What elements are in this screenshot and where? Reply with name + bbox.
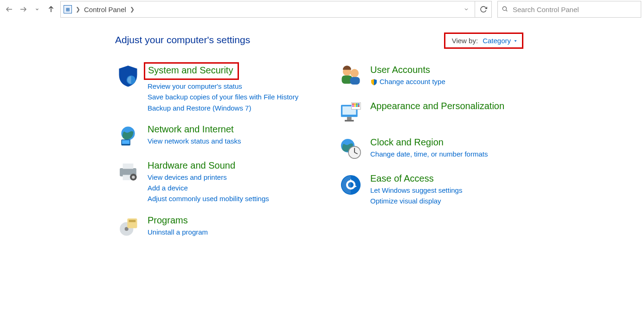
category-user-accounts: User Accounts Change account type bbox=[338, 64, 537, 90]
category-link-text: Change account type bbox=[380, 76, 445, 87]
svg-rect-25 bbox=[347, 117, 352, 120]
monitor-appearance-icon bbox=[338, 100, 364, 126]
category-title[interactable]: Hardware and Sound bbox=[148, 160, 269, 171]
control-panel-icon: ⊞ bbox=[64, 5, 72, 13]
forward-button[interactable] bbox=[17, 3, 30, 16]
svg-rect-17 bbox=[127, 218, 137, 228]
svg-line-4 bbox=[506, 10, 508, 11]
svg-rect-35 bbox=[358, 105, 359, 107]
category-ease-of-access: Ease of Access Let Windows suggest setti… bbox=[338, 173, 537, 207]
svg-point-14 bbox=[132, 176, 135, 179]
printer-icon bbox=[115, 160, 141, 186]
svg-rect-29 bbox=[354, 104, 355, 105]
category-hardware: Hardware and Sound View devices and prin… bbox=[115, 160, 315, 204]
svg-rect-11 bbox=[123, 164, 134, 169]
explorer-toolbar: ⊞ ❯ Control Panel ❯ bbox=[0, 0, 644, 19]
category-title[interactable]: Network and Internet bbox=[148, 124, 241, 135]
category-title[interactable]: System and Security bbox=[148, 65, 233, 76]
chevron-down-icon bbox=[514, 39, 517, 43]
back-button[interactable] bbox=[3, 3, 16, 16]
svg-rect-9 bbox=[122, 140, 129, 144]
recent-dropdown-button[interactable] bbox=[31, 3, 44, 16]
up-button[interactable] bbox=[45, 3, 58, 16]
category-link[interactable]: Uninstall a program bbox=[148, 227, 208, 237]
category-link[interactable]: Change date, time, or number formats bbox=[370, 149, 488, 159]
ease-of-access-icon bbox=[338, 173, 364, 199]
category-link[interactable]: Review your computer's status bbox=[148, 81, 298, 92]
users-icon bbox=[338, 64, 364, 90]
highlight-box: System and Security bbox=[144, 62, 239, 80]
svg-rect-26 bbox=[345, 120, 354, 121]
svg-rect-34 bbox=[356, 105, 357, 107]
view-by-value-text: Category bbox=[483, 37, 511, 45]
search-box[interactable] bbox=[497, 1, 641, 18]
view-by-value[interactable]: Category bbox=[483, 37, 517, 45]
svg-rect-32 bbox=[352, 105, 354, 107]
category-title[interactable]: Programs bbox=[148, 215, 208, 226]
search-input[interactable] bbox=[512, 5, 637, 14]
category-link[interactable]: Backup and Restore (Windows 7) bbox=[148, 103, 298, 113]
breadcrumb[interactable]: ⊞ ❯ Control Panel ❯ bbox=[61, 5, 458, 13]
category-link[interactable]: Change account type bbox=[370, 76, 445, 87]
breadcrumb-item[interactable]: Control Panel bbox=[84, 6, 126, 13]
svg-marker-5 bbox=[514, 40, 516, 41]
svg-rect-18 bbox=[129, 220, 136, 222]
category-link[interactable]: View devices and printers bbox=[148, 172, 269, 183]
chevron-right-icon: ❯ bbox=[129, 6, 135, 13]
refresh-button[interactable] bbox=[475, 1, 491, 17]
uac-shield-icon bbox=[370, 78, 378, 85]
view-by-label: View by: bbox=[452, 37, 478, 45]
category-link[interactable]: Optimize visual display bbox=[370, 196, 462, 206]
category-link[interactable]: View network status and tasks bbox=[148, 136, 241, 146]
address-bar[interactable]: ⊞ ❯ Control Panel ❯ bbox=[60, 1, 492, 18]
svg-rect-33 bbox=[354, 105, 355, 107]
category-appearance: Appearance and Personalization bbox=[338, 100, 537, 126]
search-icon bbox=[502, 6, 508, 13]
left-column: System and Security Review your computer… bbox=[115, 64, 315, 251]
category-network: Network and Internet View network status… bbox=[115, 124, 315, 150]
category-title[interactable]: Clock and Region bbox=[370, 137, 488, 148]
category-clock-region: Clock and Region Change date, time, or n… bbox=[338, 137, 537, 163]
category-link[interactable]: Save backup copies of your files with Fi… bbox=[148, 92, 298, 102]
page-title: Adjust your computer's settings bbox=[115, 34, 644, 46]
view-by-control[interactable]: View by: Category bbox=[444, 33, 523, 49]
globe-network-icon bbox=[115, 124, 141, 150]
category-link[interactable]: Let Windows suggest settings bbox=[370, 185, 462, 196]
chevron-right-icon: ❯ bbox=[75, 6, 81, 13]
svg-point-20 bbox=[350, 69, 359, 78]
svg-point-3 bbox=[502, 7, 506, 10]
category-title[interactable]: User Accounts bbox=[370, 64, 445, 75]
category-system-security: System and Security Review your computer… bbox=[115, 64, 315, 113]
svg-rect-30 bbox=[356, 104, 357, 105]
svg-rect-22 bbox=[350, 77, 360, 85]
programs-icon bbox=[115, 215, 141, 241]
category-programs: Programs Uninstall a program bbox=[115, 215, 315, 241]
svg-rect-31 bbox=[358, 104, 359, 105]
right-column: User Accounts Change account type bbox=[338, 64, 537, 251]
category-link[interactable]: Adjust commonly used mobility settings bbox=[148, 193, 269, 204]
category-link[interactable]: Add a device bbox=[148, 183, 269, 193]
shield-icon bbox=[115, 64, 141, 90]
svg-rect-28 bbox=[352, 104, 354, 105]
category-title[interactable]: Appearance and Personalization bbox=[370, 100, 504, 111]
category-title[interactable]: Ease of Access bbox=[370, 173, 462, 184]
address-dropdown-button[interactable] bbox=[458, 1, 475, 17]
clock-globe-icon bbox=[338, 137, 364, 163]
